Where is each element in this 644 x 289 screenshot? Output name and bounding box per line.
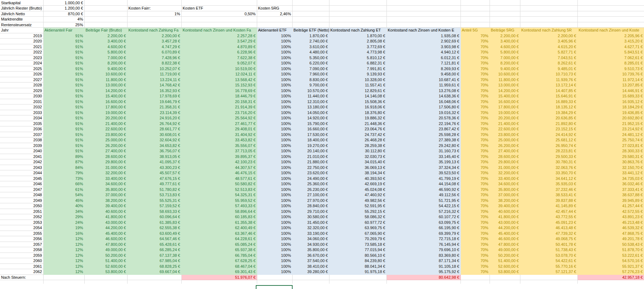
data-cell[interactable]: 100%: [257, 181, 292, 187]
empty-cell[interactable]: [0, 280, 43, 284]
data-cell[interactable]: 13.207,85 €: [577, 83, 644, 88]
empty-cell[interactable]: [329, 0, 386, 6]
data-cell[interactable]: 66%: [43, 181, 84, 187]
data-cell[interactable]: 26.950,74 €: [520, 143, 577, 148]
data-cell[interactable]: 79.696,10 €: [386, 247, 461, 253]
data-cell[interactable]: 30.580,00 €: [292, 214, 329, 220]
data-cell[interactable]: 39.945,89 €: [577, 198, 644, 203]
data-cell[interactable]: 32.320,00 €: [292, 225, 329, 231]
data-cell[interactable]: 70%: [461, 110, 490, 115]
year-cell[interactable]: 2049: [0, 198, 43, 203]
data-cell[interactable]: 70%: [461, 192, 490, 198]
year-cell[interactable]: 2033: [0, 110, 43, 115]
data-cell[interactable]: 80.566,10 €: [329, 253, 386, 258]
empty-cell[interactable]: [127, 22, 181, 28]
data-cell[interactable]: 8.830,00 €: [292, 77, 329, 83]
data-cell[interactable]: 70%: [461, 33, 490, 39]
data-cell[interactable]: 2.740,00 €: [292, 39, 329, 44]
data-cell[interactable]: 91%: [43, 44, 84, 50]
data-cell[interactable]: 36.670,00 €: [292, 253, 329, 258]
data-cell[interactable]: 26.468,28 €: [329, 137, 386, 143]
data-cell[interactable]: 21.010,00 €: [292, 154, 329, 159]
data-cell[interactable]: 13.568,42 €: [181, 77, 257, 83]
data-cell[interactable]: 100%: [257, 110, 292, 115]
data-cell[interactable]: 19.886,32 €: [329, 115, 386, 121]
data-cell[interactable]: 14.446,91 €: [577, 88, 644, 94]
data-cell[interactable]: 13.172,14 €: [520, 83, 577, 88]
year-cell[interactable]: 2062: [0, 269, 43, 275]
data-cell[interactable]: 11.719,00 €: [127, 72, 181, 77]
data-cell[interactable]: 26.230,00 €: [292, 187, 329, 192]
data-cell[interactable]: 32.030,73 €: [329, 154, 386, 159]
year-cell[interactable]: 2043: [0, 165, 43, 170]
data-cell[interactable]: 16.889,33 €: [520, 99, 577, 104]
data-cell[interactable]: 70%: [461, 247, 490, 253]
data-cell[interactable]: 70%: [461, 66, 490, 72]
data-cell[interactable]: 84.239,80 €: [329, 258, 386, 264]
data-cell[interactable]: 15.689,33 €: [577, 94, 644, 99]
data-cell[interactable]: 49.201,78 €: [577, 236, 644, 242]
data-cell[interactable]: 26.764,92 €: [127, 121, 181, 126]
data-cell[interactable]: 45.507,57 €: [127, 170, 181, 176]
data-cell[interactable]: 30.863,76 €: [577, 159, 644, 165]
data-cell[interactable]: 57.493,33 €: [181, 203, 257, 209]
data-cell[interactable]: 19.646,79 €: [127, 99, 181, 104]
data-cell[interactable]: 33.350,70 €: [520, 170, 577, 176]
data-cell[interactable]: 100%: [257, 154, 292, 159]
data-cell[interactable]: 68.828,25 €: [127, 264, 181, 269]
empty-cell[interactable]: [127, 0, 181, 6]
data-cell[interactable]: 4.600,00 €: [490, 44, 520, 50]
year-cell[interactable]: 2028: [0, 83, 43, 88]
empty-cell[interactable]: [520, 22, 577, 28]
data-cell[interactable]: 24.916,20 €: [127, 115, 181, 121]
data-cell[interactable]: 20.200,00 €: [490, 115, 520, 121]
data-cell[interactable]: 16.935,12 €: [577, 99, 644, 104]
data-cell[interactable]: 100%: [257, 83, 292, 88]
data-cell[interactable]: 25.564,92 €: [181, 115, 257, 121]
data-cell[interactable]: 43.891,23 €: [577, 214, 644, 220]
data-cell[interactable]: 70%: [461, 264, 490, 269]
data-cell[interactable]: 91%: [43, 126, 84, 132]
header-jahr[interactable]: Jahr: [0, 28, 43, 33]
empty-cell[interactable]: [490, 0, 520, 6]
data-cell[interactable]: 34.930,00 €: [292, 242, 329, 247]
data-cell[interactable]: 52.600,00 €: [84, 264, 127, 269]
data-cell[interactable]: 49.777,61 €: [127, 181, 181, 187]
data-cell[interactable]: 70%: [461, 61, 490, 66]
year-cell[interactable]: 2055: [0, 231, 43, 236]
empty-cell[interactable]: [257, 22, 292, 28]
data-cell[interactable]: 42.669,19 €: [329, 181, 386, 187]
data-cell[interactable]: 3.400,00 €: [84, 39, 127, 44]
data-cell[interactable]: 39.837,88 €: [520, 198, 577, 203]
year-cell[interactable]: 2056: [0, 236, 43, 242]
data-cell[interactable]: 67.137,38 €: [127, 253, 181, 258]
data-cell[interactable]: 9.510,73 €: [577, 66, 644, 72]
data-cell[interactable]: 89%: [43, 154, 84, 159]
data-cell[interactable]: 47.800,00 €: [490, 242, 520, 247]
data-cell[interactable]: 24.481,12 €: [577, 132, 644, 137]
data-cell[interactable]: 70%: [461, 50, 490, 55]
data-cell[interactable]: 49.000,00 €: [84, 247, 127, 253]
data-cell[interactable]: 100%: [257, 165, 292, 170]
data-cell[interactable]: 54%: [43, 192, 84, 198]
data-cell[interactable]: 27.400,00 €: [84, 148, 127, 154]
data-cell[interactable]: 21.358,31 €: [127, 104, 181, 110]
data-cell[interactable]: 14.920,00 €: [292, 115, 329, 121]
data-cell[interactable]: 51.400,00 €: [84, 258, 127, 264]
data-cell[interactable]: 37.000,00 €: [84, 192, 127, 198]
data-cell[interactable]: 40.600,00 €: [490, 209, 520, 214]
data-cell[interactable]: 70%: [461, 143, 490, 148]
data-cell[interactable]: 35.800,00 €: [292, 247, 329, 253]
year-cell[interactable]: 2048: [0, 192, 43, 198]
data-cell[interactable]: 3.547,29 €: [181, 39, 257, 44]
data-cell[interactable]: 15.508,36 €: [329, 99, 386, 104]
data-cell[interactable]: 2.257,28 €: [181, 33, 257, 39]
data-cell[interactable]: 32.200,00 €: [490, 170, 520, 176]
data-cell[interactable]: 47.739,32 €: [520, 231, 577, 236]
data-cell[interactable]: 7.043,51 €: [520, 55, 577, 61]
empty-cell[interactable]: [84, 274, 127, 280]
data-cell[interactable]: 100%: [257, 148, 292, 154]
data-cell[interactable]: 9.139,93 €: [329, 72, 386, 77]
data-cell[interactable]: 2.200,00 €: [520, 33, 577, 39]
data-cell[interactable]: 10.570,00 €: [292, 88, 329, 94]
